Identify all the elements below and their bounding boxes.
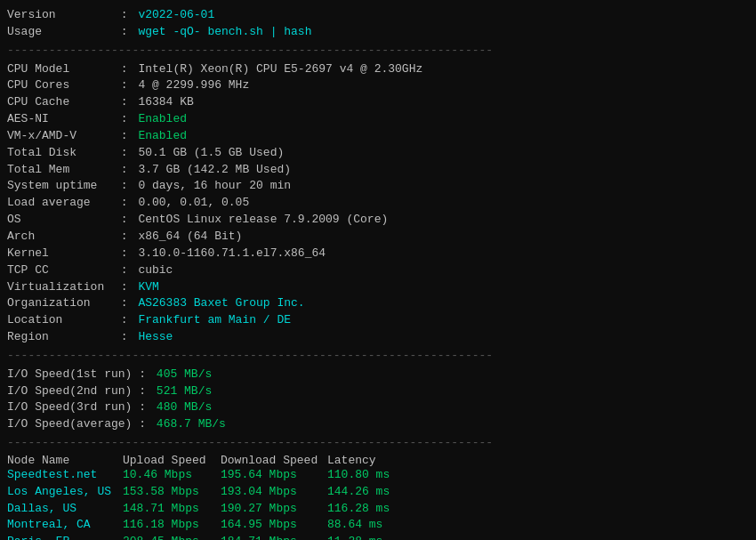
header-download: Download Speed <box>221 454 327 467</box>
terminal-output: Version : v2022-06-01 Usage : wget -qO- … <box>7 7 749 540</box>
cell-upload: 116.18 Mbps <box>123 517 221 534</box>
cell-latency: 144.26 ms <box>327 484 390 501</box>
cpu-model-line: CPU Model : Intel(R) Xeon(R) CPU E5-2697… <box>7 61 749 78</box>
tcp-cc-key: TCP CC <box>7 262 114 279</box>
cell-download: 184.71 Mbps <box>221 534 327 540</box>
io-run2-key: I/O Speed(2nd run) <box>7 383 132 400</box>
io-run1-line: I/O Speed(1st run) : 405 MB/s <box>7 367 749 383</box>
uptime-line: System uptime : 0 days, 16 hour 20 min <box>7 178 749 195</box>
table-row: Dallas, US 148.71 Mbps 190.27 Mbps 116.2… <box>7 501 749 518</box>
io-avg-val: 468.7 MB/s <box>157 416 226 433</box>
vmamd-line: VM-x/AMD-V : Enabled <box>7 128 749 145</box>
cell-latency: 11.28 ms <box>327 534 382 540</box>
os-line: OS : CentOS Linux release 7.9.2009 (Core… <box>7 212 749 229</box>
load-val: 0.00, 0.01, 0.05 <box>138 195 249 212</box>
cpu-cores-key: CPU Cores <box>7 77 114 94</box>
cell-latency: 116.28 ms <box>327 501 390 518</box>
tcp-cc-val: cubic <box>138 262 173 279</box>
region-line: Region : Hesse <box>7 329 749 346</box>
kernel-val: 3.10.0-1160.71.1.el7.x86_64 <box>138 246 326 262</box>
usage-key: Usage <box>7 24 114 41</box>
io-avg-line: I/O Speed(average) : 468.7 MB/s <box>7 416 749 433</box>
total-mem-line: Total Mem : 3.7 GB (142.2 MB Used) <box>7 162 749 179</box>
arch-val: x86_64 (64 Bit) <box>138 229 242 246</box>
virt-key: Virtualization <box>7 279 114 296</box>
divider-2: ----------------------------------------… <box>7 348 749 365</box>
kernel-key: Kernel <box>7 246 114 262</box>
cell-download: 195.64 Mbps <box>221 467 327 484</box>
total-mem-key: Total Mem <box>7 162 114 179</box>
tcp-cc-line: TCP CC : cubic <box>7 262 749 279</box>
cell-node: Montreal, CA <box>7 517 123 534</box>
total-mem-val: 3.7 GB (142.2 MB Used) <box>138 162 291 179</box>
cell-node: Los Angeles, US <box>7 484 123 501</box>
os-key: OS <box>7 212 114 229</box>
location-line: Location : Frankfurt am Main / DE <box>7 312 749 329</box>
cell-download: 190.27 Mbps <box>221 501 327 518</box>
header-upload: Upload Speed <box>123 454 221 467</box>
vmamd-val: Enabled <box>138 128 187 145</box>
arch-key: Arch <box>7 229 114 246</box>
table-header: Node Name Upload Speed Download Speed La… <box>7 454 749 467</box>
io-run1-val: 405 MB/s <box>157 367 212 383</box>
uptime-key: System uptime <box>7 178 114 195</box>
version-line: Version : v2022-06-01 <box>7 7 749 24</box>
org-line: Organization : AS26383 Baxet Group Inc. <box>7 295 749 312</box>
io-run3-key: I/O Speed(3rd run) <box>7 399 132 416</box>
cell-latency: 110.80 ms <box>327 467 390 484</box>
io-run2-line: I/O Speed(2nd run) : 521 MB/s <box>7 383 749 400</box>
cpu-model-key: CPU Model <box>7 61 114 78</box>
location-val: Frankfurt am Main / DE <box>138 312 291 329</box>
io-avg-key: I/O Speed(average) <box>7 416 132 433</box>
usage-line: Usage : wget -qO- bench.sh | hash <box>7 24 749 41</box>
total-disk-line: Total Disk : 50.1 GB (1.5 GB Used) <box>7 145 749 162</box>
total-disk-val: 50.1 GB (1.5 GB Used) <box>138 145 284 162</box>
kernel-line: Kernel : 3.10.0-1160.71.1.el7.x86_64 <box>7 246 749 262</box>
arch-line: Arch : x86_64 (64 Bit) <box>7 229 749 246</box>
header-latency: Latency <box>327 454 376 467</box>
region-val: Hesse <box>138 329 173 346</box>
cpu-model-val: Intel(R) Xeon(R) CPU E5-2697 v4 @ 2.30GH… <box>138 61 422 78</box>
cell-upload: 153.58 Mbps <box>123 484 221 501</box>
cpu-cache-line: CPU Cache : 16384 KB <box>7 94 749 111</box>
io-run3-val: 480 MB/s <box>157 399 212 416</box>
location-key: Location <box>7 312 114 329</box>
version-val: v2022-06-01 <box>138 7 214 24</box>
cell-node: Dallas, US <box>7 501 123 518</box>
cell-latency: 88.64 ms <box>327 517 382 534</box>
cell-node: Paris, FR <box>7 534 123 540</box>
speed-table: Speedtest.net 10.46 Mbps 195.64 Mbps 110… <box>7 467 749 540</box>
org-val: AS26383 Baxet Group Inc. <box>138 295 304 312</box>
cell-download: 164.95 Mbps <box>221 517 327 534</box>
io-run2-val: 521 MB/s <box>157 383 212 400</box>
aes-ni-line: AES-NI : Enabled <box>7 111 749 128</box>
load-key: Load average <box>7 195 114 212</box>
table-row: Montreal, CA 116.18 Mbps 164.95 Mbps 88.… <box>7 517 749 534</box>
header-node: Node Name <box>7 454 123 467</box>
usage-val: wget -qO- bench.sh | hash <box>138 24 311 41</box>
cpu-cores-line: CPU Cores : 4 @ 2299.996 MHz <box>7 77 749 94</box>
total-disk-key: Total Disk <box>7 145 114 162</box>
version-key: Version <box>7 7 114 24</box>
cell-upload: 10.46 Mbps <box>123 467 221 484</box>
cpu-cache-val: 16384 KB <box>138 94 193 111</box>
vmamd-key: VM-x/AMD-V <box>7 128 114 145</box>
divider-3: ----------------------------------------… <box>7 435 749 452</box>
aes-ni-val: Enabled <box>138 111 187 128</box>
cell-download: 193.04 Mbps <box>221 484 327 501</box>
cpu-cores-val: 4 @ 2299.996 MHz <box>138 77 249 94</box>
cell-upload: 208.45 Mbps <box>123 534 221 540</box>
divider-1: ----------------------------------------… <box>7 43 749 60</box>
virt-line: Virtualization : KVM <box>7 279 749 296</box>
org-key: Organization <box>7 295 114 312</box>
load-line: Load average : 0.00, 0.01, 0.05 <box>7 195 749 212</box>
table-row: Speedtest.net 10.46 Mbps 195.64 Mbps 110… <box>7 467 749 484</box>
virt-val: KVM <box>138 279 158 296</box>
io-run3-line: I/O Speed(3rd run) : 480 MB/s <box>7 399 749 416</box>
cell-node: Speedtest.net <box>7 467 123 484</box>
aes-ni-key: AES-NI <box>7 111 114 128</box>
uptime-val: 0 days, 16 hour 20 min <box>138 178 291 195</box>
cell-upload: 148.71 Mbps <box>123 501 221 518</box>
os-val: CentOS Linux release 7.9.2009 (Core) <box>138 212 388 229</box>
region-key: Region <box>7 329 114 346</box>
